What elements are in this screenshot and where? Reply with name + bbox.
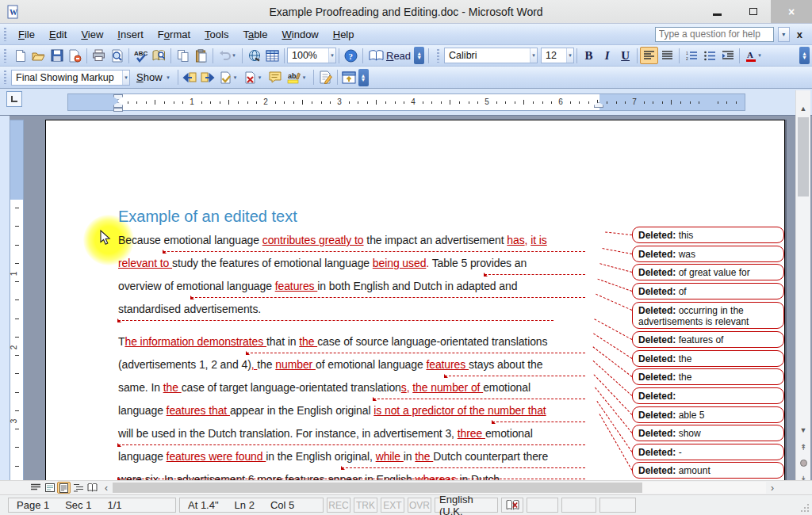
reject-change-button[interactable]: ▾: [242, 69, 266, 86]
deleted-callout[interactable]: Deleted: occurring in the advertisements…: [632, 302, 784, 329]
deleted-callout[interactable]: Deleted: -: [632, 444, 784, 460]
spelling-grammar-button[interactable]: ABC: [132, 47, 150, 64]
spelling-status-segment[interactable]: [501, 498, 523, 513]
help-dropdown-arrow-icon[interactable]: ▾: [778, 27, 790, 42]
highlight-button[interactable]: ab ▾: [285, 69, 311, 86]
deleted-callout[interactable]: Deleted: amount: [632, 462, 784, 479]
permission-button[interactable]: [66, 47, 84, 64]
previous-page-icon[interactable]: ↟: [796, 441, 810, 454]
menu-window[interactable]: Window: [275, 25, 326, 44]
scroll-up-icon[interactable]: ▲: [796, 101, 810, 115]
justify-button[interactable]: [658, 47, 676, 64]
menu-help[interactable]: Help: [326, 25, 362, 44]
bulleted-list-button[interactable]: [700, 47, 718, 64]
insert-comment-button[interactable]: [266, 69, 285, 86]
menubar-close-icon[interactable]: x: [794, 29, 806, 40]
toolbar-drag-handle[interactable]: [437, 49, 439, 63]
normal-view-button[interactable]: [29, 482, 42, 494]
vertical-scrollbar[interactable]: ▲ ▼ ↟ ↡: [795, 90, 810, 494]
font-size-dropdown-icon[interactable]: ▾: [566, 48, 573, 63]
font-color-button[interactable]: A ▾: [742, 47, 766, 64]
maximize-button[interactable]: [735, 0, 771, 23]
menu-table[interactable]: Table: [236, 25, 274, 44]
status-mode-rec[interactable]: REC: [327, 498, 350, 513]
show-menu-button[interactable]: Show▾: [133, 71, 175, 83]
insert-hyperlink-button[interactable]: [245, 47, 263, 64]
next-change-button[interactable]: [199, 69, 217, 86]
display-mode-dropdown-icon[interactable]: ▾: [122, 71, 129, 85]
accept-change-button[interactable]: ▾: [217, 69, 242, 86]
help-button[interactable]: ?: [342, 47, 360, 64]
document-line-2[interactable]: relevant to study the features of emotio…: [118, 257, 527, 269]
deleted-callout[interactable]: Deleted: show: [632, 425, 784, 441]
research-button[interactable]: [150, 47, 168, 64]
left-indent-marker[interactable]: [113, 108, 123, 112]
document-line-1[interactable]: Because emotional language contributes g…: [118, 234, 547, 246]
vertical-scrollbar-thumb[interactable]: [798, 117, 809, 196]
undo-button[interactable]: ▾: [216, 47, 239, 64]
new-document-button[interactable]: [11, 47, 29, 64]
help-question-input[interactable]: [655, 27, 774, 42]
font-color-dropdown-icon[interactable]: ▾: [756, 52, 764, 59]
reject-dropdown-icon[interactable]: ▾: [256, 74, 263, 81]
horizontal-ruler[interactable]: 1234567: [67, 93, 745, 111]
accept-dropdown-icon[interactable]: ▾: [232, 74, 239, 81]
toolbar-options-chevron[interactable]: ▲▼: [358, 69, 369, 86]
deleted-callout[interactable]: Deleted: this: [632, 227, 784, 243]
document-line-9[interactable]: will be used in the Dutch translation. F…: [118, 427, 533, 440]
menu-tools[interactable]: Tools: [197, 25, 236, 44]
web-layout-view-button[interactable]: [43, 482, 56, 494]
align-left-button[interactable]: [640, 47, 658, 64]
print-layout-view-button[interactable]: [57, 482, 71, 494]
toolbar-drag-handle[interactable]: [4, 71, 6, 84]
italic-button[interactable]: I: [598, 47, 616, 64]
deleted-callout[interactable]: Deleted: features of: [632, 331, 784, 348]
bold-button[interactable]: B: [580, 47, 598, 64]
font-size-combo[interactable]: 12 ▾: [541, 48, 574, 63]
menu-format[interactable]: Format: [151, 25, 197, 44]
vertical-ruler[interactable]: 123: [10, 120, 24, 481]
paste-button[interactable]: [192, 47, 210, 64]
select-browse-object-icon[interactable]: [796, 456, 810, 470]
display-for-review-combo[interactable]: Final Showing Markup ▾: [11, 70, 130, 86]
undo-dropdown-icon[interactable]: ▾: [231, 52, 238, 59]
scroll-down-icon[interactable]: ▼: [796, 423, 810, 437]
numbered-list-button[interactable]: 12: [682, 47, 700, 64]
reading-layout-view-button[interactable]: [86, 482, 99, 494]
deleted-callout[interactable]: Deleted: able 5: [632, 406, 784, 423]
language-status-segment[interactable]: English (U.K.: [435, 498, 498, 513]
highlight-dropdown-icon[interactable]: ▾: [301, 74, 308, 81]
menu-edit[interactable]: Edit: [42, 25, 74, 44]
font-combo[interactable]: Calibri ▾: [444, 48, 538, 63]
deleted-callout[interactable]: Deleted: of great value for: [632, 264, 784, 280]
document-line-7[interactable]: same. In the case of target language-ori…: [118, 381, 530, 394]
document-line-6[interactable]: (advertisements 1, 2 and 4), the number …: [118, 358, 542, 371]
minimize-button[interactable]: [699, 0, 735, 23]
tab-stop-selector[interactable]: [6, 91, 22, 107]
reviewing-pane-button[interactable]: [340, 69, 358, 86]
menu-view[interactable]: View: [74, 25, 110, 44]
increase-indent-button[interactable]: [718, 47, 737, 64]
print-preview-button[interactable]: [108, 47, 126, 64]
toolbar-drag-handle[interactable]: [4, 49, 6, 63]
status-mode-ovr[interactable]: OVR: [408, 498, 431, 513]
deleted-callout[interactable]: Deleted:: [632, 387, 784, 404]
status-mode-trk[interactable]: TRK: [354, 498, 377, 513]
scroll-left-icon[interactable]: ‹: [100, 483, 113, 494]
insert-table-button[interactable]: [263, 47, 282, 64]
deleted-callout[interactable]: Deleted: the: [632, 350, 784, 367]
underline-button[interactable]: U: [616, 47, 634, 64]
menu-insert[interactable]: Insert: [110, 25, 151, 44]
toolbar-options-chevron[interactable]: ▲▼: [414, 47, 424, 64]
horizontal-scrollbar-track[interactable]: [113, 482, 766, 494]
read-button[interactable]: Read: [366, 50, 414, 62]
menu-file[interactable]: File: [11, 25, 42, 44]
deleted-callout[interactable]: Deleted: of: [632, 283, 784, 299]
outline-view-button[interactable]: [71, 482, 85, 494]
document-page[interactable]: Example of an edited text Because emotio…: [45, 120, 785, 481]
font-dropdown-icon[interactable]: ▾: [530, 48, 537, 63]
previous-change-button[interactable]: [181, 69, 199, 86]
print-button[interactable]: [90, 47, 108, 64]
scroll-right-icon[interactable]: ›: [766, 483, 779, 494]
deleted-callout[interactable]: Deleted: was: [632, 246, 784, 262]
